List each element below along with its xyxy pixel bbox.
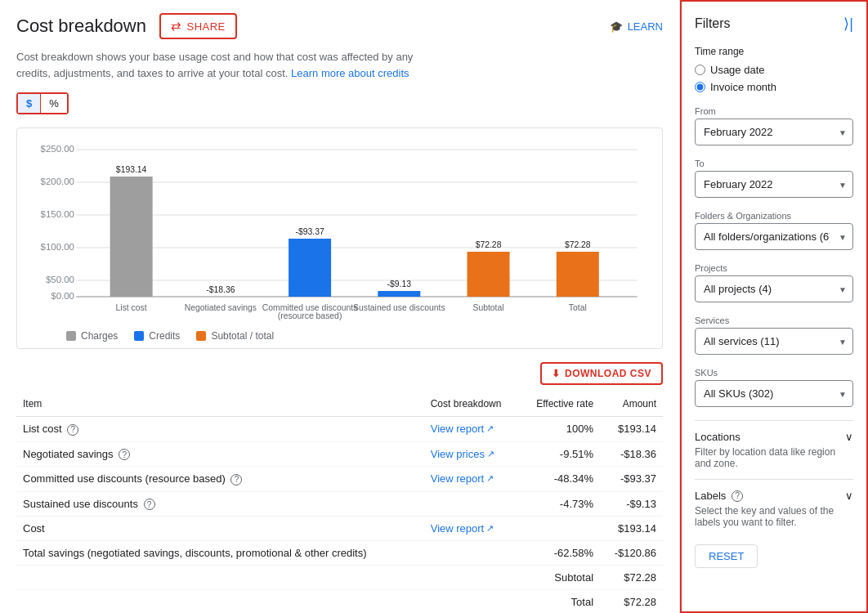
share-label: SHARE (186, 20, 225, 33)
view-report-link[interactable]: View report ↗ (431, 423, 513, 435)
view-report-link-2[interactable]: View report ↗ (431, 472, 513, 485)
services-dropdown[interactable]: All services (11) (695, 328, 853, 355)
download-csv-button[interactable]: ⬇ DOWNLOAD CSV (540, 362, 664, 385)
bar-subtotal (468, 252, 510, 297)
bar-list-cost (110, 177, 153, 297)
locations-header[interactable]: Locations ∨ (695, 431, 853, 443)
svg-text:$150.00: $150.00 (41, 209, 74, 219)
external-link-icon: ↗ (486, 473, 494, 484)
subtotal-amount: $72.28 (600, 566, 663, 590)
row-breakdown (424, 491, 520, 517)
table-row: Sustained use discounts ? -4.73% -$9.13 (16, 491, 663, 517)
view-report-link-3[interactable]: View report ↗ (431, 522, 513, 535)
usage-date-option[interactable]: Usage date (695, 64, 853, 76)
row-breakdown: View report ↗ (424, 517, 520, 541)
time-range-radio-group: Usage date Invoice month (695, 64, 853, 93)
svg-text:$193.14: $193.14 (116, 165, 147, 174)
collapse-panel-icon[interactable]: ⟩| (843, 15, 853, 33)
table-row: Committed use discounts (resource based)… (16, 467, 663, 492)
row-breakdown: View prices ↗ (424, 441, 520, 467)
external-link-icon: ↗ (487, 449, 494, 459)
services-section: Services All services (11) (695, 315, 853, 355)
view-prices-link[interactable]: View prices ↗ (431, 448, 513, 460)
row-breakdown (424, 541, 520, 566)
dollar-toggle[interactable]: $ (18, 94, 41, 113)
svg-text:$72.28: $72.28 (476, 240, 502, 249)
skus-dropdown[interactable]: All SKUs (302) (695, 380, 853, 407)
svg-text:$200.00: $200.00 (41, 177, 74, 186)
legend-charges-dot (66, 331, 76, 341)
labels-title: Labels (695, 490, 726, 502)
svg-text:$72.28: $72.28 (565, 240, 591, 249)
svg-text:$100.00: $100.00 (41, 242, 74, 252)
labels-desc: Select the key and values of the labels … (695, 505, 853, 528)
skus-section: SKUs All SKUs (302) (695, 368, 853, 407)
download-icon: ⬇ (552, 368, 561, 379)
table-row: Total savings (negotiated savings, disco… (16, 541, 663, 566)
projects-dropdown[interactable]: All projects (4) (695, 275, 853, 302)
learn-button[interactable]: 🎓 LEARN (610, 20, 663, 33)
from-label: From (695, 106, 853, 116)
row-item: Sustained use discounts ? (16, 491, 424, 517)
legend-credits: Credits (134, 330, 180, 342)
labels-help-icon[interactable]: ? (732, 490, 743, 502)
to-dropdown-wrap: February 2022 (695, 171, 853, 198)
row-item: Committed use discounts (resource based)… (16, 467, 424, 492)
legend-credits-dot (134, 331, 144, 341)
row-amount: -$9.13 (600, 491, 663, 517)
total-label: Total (520, 590, 600, 614)
page-title: Cost breakdown (16, 16, 146, 37)
download-label: DOWNLOAD CSV (565, 368, 651, 379)
subtotal-row: Subtotal $72.28 (16, 566, 663, 590)
percent-toggle[interactable]: % (41, 94, 67, 113)
help-icon[interactable]: ? (144, 499, 155, 510)
row-item: Cost (16, 517, 424, 541)
invoice-month-option[interactable]: Invoice month (695, 81, 853, 93)
col-breakdown: Cost breakdown (424, 392, 520, 417)
row-amount: -$93.37 (600, 467, 663, 492)
from-dropdown[interactable]: February 2022 (695, 119, 853, 145)
row-item: List cost ? (16, 417, 424, 442)
total-amount: $72.28 (600, 590, 663, 614)
share-icon: ⇄ (171, 19, 182, 34)
description: Cost breakdown shows your base usage cos… (16, 49, 425, 81)
learn-more-link[interactable]: Learn more about credits (291, 67, 409, 79)
learn-label: LEARN (628, 20, 663, 33)
help-icon[interactable]: ? (119, 449, 130, 460)
projects-section: Projects All projects (4) (695, 263, 853, 302)
to-section: To February 2022 (695, 159, 853, 198)
time-range-label: Time range (695, 46, 853, 57)
share-button[interactable]: ⇄ SHARE (159, 13, 237, 39)
table-row: Negotiated savings ? View prices ↗ -9.51… (16, 441, 663, 467)
help-icon[interactable]: ? (230, 474, 242, 485)
reset-button[interactable]: RESET (695, 544, 758, 568)
col-amount: Amount (600, 392, 663, 417)
svg-text:$50.00: $50.00 (46, 275, 74, 284)
filters-title: Filters (695, 16, 731, 31)
folders-dropdown[interactable]: All folders/organizations (6) (695, 223, 853, 250)
col-rate: Effective rate (520, 392, 600, 417)
main-content: Cost breakdown ⇄ SHARE 🎓 LEARN Cost brea… (0, 0, 680, 613)
invoice-month-radio[interactable] (695, 82, 705, 92)
svg-text:Total: Total (569, 303, 587, 312)
subtotal-label: Subtotal (520, 566, 600, 590)
to-dropdown[interactable]: February 2022 (695, 171, 853, 198)
table-row: List cost ? View report ↗ 100% $193.14 (16, 417, 663, 442)
row-rate (520, 517, 600, 541)
from-section: From February 2022 (695, 106, 853, 145)
row-item: Total savings (negotiated savings, disco… (16, 541, 424, 566)
table-row: Cost View report ↗ $193.14 (16, 517, 663, 541)
folders-label: Folders & Organizations (695, 211, 853, 221)
bar-sustained (378, 291, 420, 297)
row-rate: -9.51% (520, 441, 600, 467)
filters-header: Filters ⟩| (695, 15, 853, 33)
help-icon[interactable]: ? (67, 424, 78, 436)
usage-date-radio[interactable] (695, 65, 705, 75)
svg-text:$0.00: $0.00 (51, 291, 74, 301)
external-link-icon: ↗ (486, 423, 494, 434)
labels-header[interactable]: Labels ? ∨ (695, 490, 853, 502)
services-dropdown-wrap: All services (11) (695, 328, 853, 355)
total-row: Total $72.28 (16, 590, 663, 614)
currency-toggle: $ % (16, 92, 69, 114)
row-rate: -4.73% (520, 491, 600, 517)
